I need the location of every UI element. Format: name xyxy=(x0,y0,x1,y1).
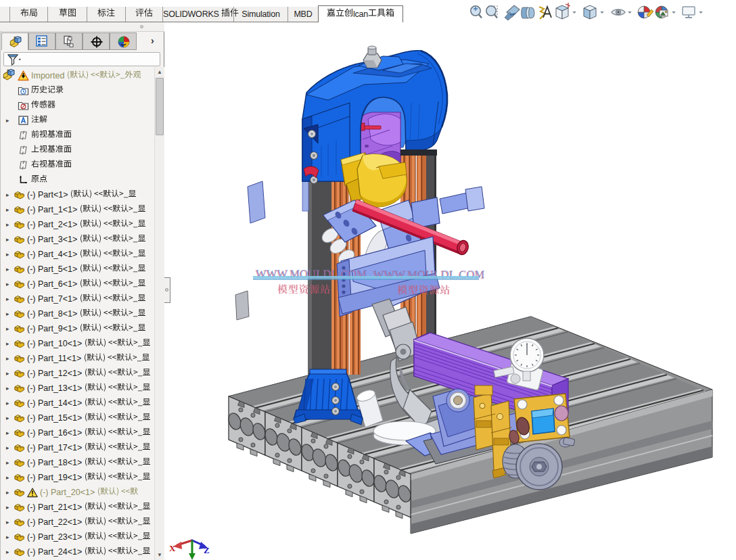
svg-text:Z: Z xyxy=(204,545,210,555)
svg-text:X: X xyxy=(169,543,176,553)
